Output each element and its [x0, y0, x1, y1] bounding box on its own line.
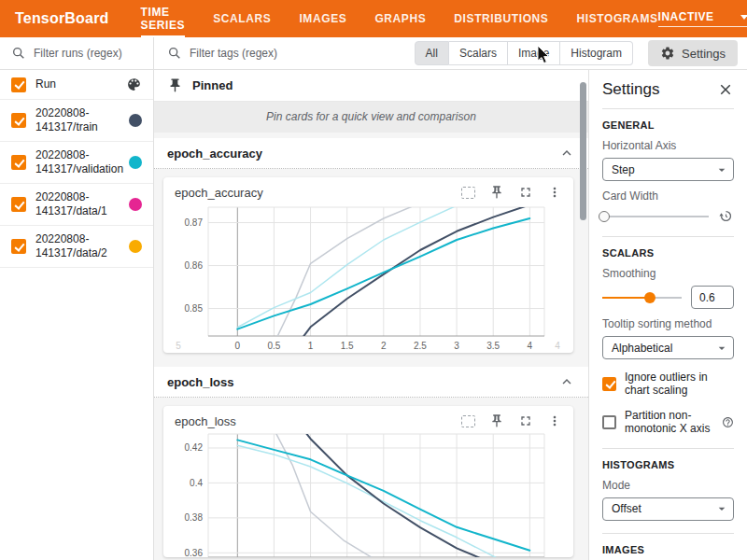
- run-color-swatch[interactable]: [129, 114, 142, 127]
- run-row-train[interactable]: 20220808-141317/train: [0, 100, 153, 142]
- reset-icon: [718, 208, 734, 224]
- section-heading: SCALARS: [602, 247, 734, 259]
- run-checkbox[interactable]: [11, 113, 26, 128]
- pinned-section-header: Pinned: [154, 70, 588, 102]
- section-heading: IMAGES: [602, 544, 734, 555]
- section-title: epoch_accuracy: [167, 147, 262, 161]
- fit-domain-button[interactable]: [461, 187, 475, 199]
- filter-image-button[interactable]: Image: [508, 41, 560, 65]
- svg-text:2: 2: [381, 341, 387, 351]
- filter-all-button[interactable]: All: [415, 41, 449, 65]
- pinned-title: Pinned: [192, 78, 233, 92]
- section-header-epoch-loss[interactable]: epoch_loss: [154, 367, 588, 398]
- svg-text:0.38: 0.38: [185, 512, 204, 523]
- run-checkbox[interactable]: [11, 239, 26, 254]
- topbar-actions: INACTIVE: [658, 0, 747, 37]
- close-icon: [717, 81, 734, 98]
- search-icon: [167, 46, 182, 61]
- fullscreen-icon: [518, 185, 533, 200]
- run-checkbox[interactable]: [11, 197, 26, 212]
- card-more-options-button[interactable]: [547, 185, 562, 200]
- select-all-runs-checkbox[interactable]: [11, 77, 26, 92]
- run-name: 20220808-141317/train: [35, 106, 120, 134]
- filter-tags-input[interactable]: [190, 47, 415, 60]
- run-color-swatch[interactable]: [129, 198, 142, 211]
- histogram-mode-select[interactable]: Offset: [602, 497, 734, 521]
- help-icon[interactable]: [722, 416, 734, 428]
- horizontal-axis-select[interactable]: Step: [602, 158, 734, 181]
- ignore-outliers-checkbox[interactable]: [602, 377, 616, 391]
- run-row-data-2[interactable]: 20220808-141317/data/2: [0, 226, 153, 268]
- card-more-options-button[interactable]: [547, 413, 562, 428]
- dropdown-arrow-icon: [714, 341, 729, 356]
- settings-section-histograms: HISTOGRAMS Mode Offset: [602, 449, 734, 534]
- card-width-label: Card Width: [602, 189, 734, 203]
- run-name: 20220808-141317/validation: [35, 148, 120, 176]
- epoch-accuracy-line-chart[interactable]: 00.511.522.533.540.850.860.8754: [171, 203, 566, 353]
- smoothing-slider[interactable]: [602, 291, 682, 304]
- slider-thumb[interactable]: [644, 292, 655, 303]
- vertical-scrollbar-thumb[interactable]: [580, 82, 586, 220]
- settings-button[interactable]: Settings: [648, 40, 738, 66]
- expand-card-button[interactable]: [518, 413, 533, 428]
- horizontal-axis-value: Step: [612, 163, 635, 176]
- tooltip-sorting-select[interactable]: Alphabetical: [602, 336, 734, 359]
- svg-text:3.5: 3.5: [486, 341, 500, 351]
- palette-icon[interactable]: [126, 77, 142, 92]
- scalar-card-epoch-accuracy: epoch_accuracy: [163, 177, 573, 353]
- pin-card-button[interactable]: [489, 413, 504, 428]
- kebab-menu-icon: [547, 185, 562, 200]
- svg-text:0.87: 0.87: [185, 217, 204, 228]
- section-title: epoch_loss: [167, 375, 234, 389]
- reload-status-value: INACTIVE: [658, 10, 714, 23]
- run-color-swatch[interactable]: [129, 156, 142, 169]
- card-title: epoch_accuracy: [175, 186, 461, 200]
- fit-domain-button[interactable]: [461, 415, 475, 427]
- fit-domain-icon: [461, 415, 475, 427]
- dropdown-arrow-icon: [714, 162, 729, 177]
- tab-distributions[interactable]: DISTRIBUTIONS: [454, 0, 548, 37]
- filter-scalars-button[interactable]: Scalars: [449, 41, 508, 65]
- svg-text:0.4: 0.4: [190, 478, 203, 488]
- tab-graphs[interactable]: GRAPHS: [374, 0, 426, 37]
- partition-x-axis-checkbox[interactable]: [602, 415, 616, 429]
- scalar-card-epoch-loss: epoch_loss: [163, 406, 573, 557]
- svg-text:0.36: 0.36: [185, 548, 204, 557]
- tab-time-series[interactable]: TIME SERIES: [141, 0, 186, 37]
- chevron-up-icon[interactable]: [558, 373, 575, 390]
- ignore-outliers-label: Ignore outliers in chart scaling: [625, 371, 734, 398]
- section-header-epoch-accuracy[interactable]: epoch_accuracy: [154, 138, 588, 169]
- slider-thumb[interactable]: [599, 211, 610, 222]
- reset-card-width-button[interactable]: [718, 208, 734, 224]
- chevron-up-icon[interactable]: [558, 145, 575, 161]
- runs-sidebar: Run 20220808-141317/train 20220808-14131…: [0, 37, 154, 560]
- run-row-validation[interactable]: 20220808-141317/validation: [0, 142, 153, 184]
- partition-x-axis-label: Partition non-monotonic X axis: [625, 409, 713, 436]
- gear-icon: [660, 46, 675, 61]
- fit-domain-icon: [461, 187, 475, 199]
- tab-scalars[interactable]: SCALARS: [213, 0, 271, 37]
- run-row-data-1[interactable]: 20220808-141317/data/1: [0, 184, 153, 226]
- filter-histogram-button[interactable]: Histogram: [560, 41, 633, 65]
- run-checkbox[interactable]: [11, 155, 26, 170]
- close-settings-button[interactable]: [717, 81, 734, 98]
- card-width-slider[interactable]: [602, 210, 709, 223]
- smoothing-value-input[interactable]: 0.6: [691, 286, 734, 309]
- svg-text:0.85: 0.85: [185, 303, 204, 314]
- ignore-outliers-option[interactable]: Ignore outliers in chart scaling: [602, 371, 734, 398]
- tab-images[interactable]: IMAGES: [299, 0, 346, 37]
- epoch-loss-line-chart[interactable]: 0.360.380.40.42: [171, 432, 566, 557]
- svg-text:0.86: 0.86: [185, 260, 204, 271]
- run-color-swatch[interactable]: [129, 240, 142, 253]
- expand-card-button[interactable]: [518, 185, 533, 200]
- partition-x-axis-option[interactable]: Partition non-monotonic X axis: [602, 409, 734, 436]
- reload-status-select[interactable]: INACTIVE: [658, 10, 747, 27]
- filter-runs-input[interactable]: [34, 47, 142, 60]
- horizontal-axis-label: Horizontal Axis: [602, 139, 734, 152]
- svg-text:5: 5: [176, 341, 181, 351]
- fullscreen-icon: [518, 413, 533, 428]
- tab-histograms[interactable]: HISTOGRAMS: [576, 0, 657, 37]
- kebab-menu-icon: [547, 413, 562, 428]
- svg-text:2.5: 2.5: [414, 341, 427, 351]
- pin-card-button[interactable]: [489, 185, 504, 200]
